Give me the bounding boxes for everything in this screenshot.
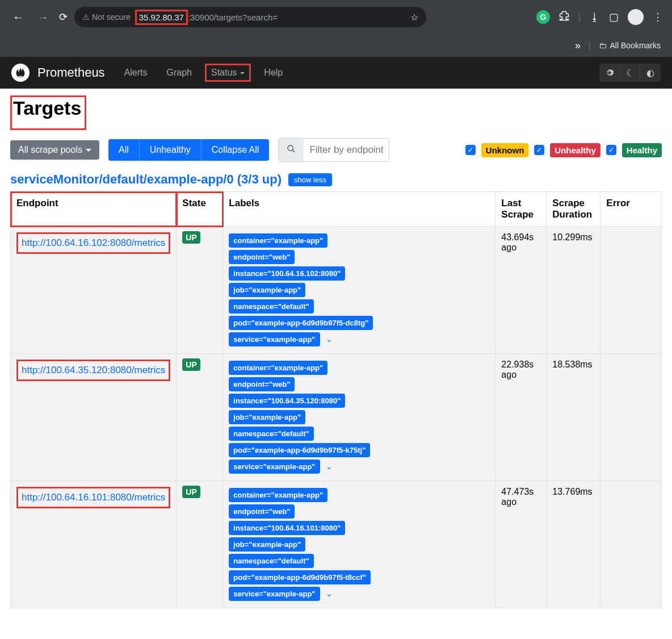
search-icon <box>279 139 304 161</box>
nav-graph[interactable]: Graph <box>161 64 198 81</box>
labels-cell: container="example-app"endpoint="web"ins… <box>223 227 495 354</box>
labels-cell: container="example-app"endpoint="web"ins… <box>223 481 495 608</box>
all-bookmarks-link[interactable]: 🗀 All Bookmarks <box>599 41 661 50</box>
scrape-duration-cell: 10.299ms <box>547 227 600 354</box>
error-cell <box>600 227 662 354</box>
label-pill: endpoint="web" <box>229 504 295 519</box>
label-pill: instance="100.64.16.102:8080" <box>229 266 345 281</box>
label-pill: namespace="default" <box>229 427 313 441</box>
pool-header: serviceMonitor/default/example-app/0 (3/… <box>10 172 662 187</box>
state-badge: UP <box>182 358 200 371</box>
col-error: Error <box>600 192 662 227</box>
label-pill: job="example-app" <box>229 283 305 297</box>
svg-point-0 <box>288 145 293 151</box>
show-less-button[interactable]: show less <box>288 173 332 186</box>
prometheus-logo-icon[interactable] <box>11 64 30 82</box>
chevron-down-icon[interactable]: ⌄ <box>326 335 333 344</box>
last-scrape-cell: 43.694s ago <box>495 227 547 354</box>
download-icon[interactable]: ⭳ <box>590 11 600 23</box>
extension-grammarly-icon[interactable]: G <box>536 10 550 24</box>
collapse-all-button[interactable]: Collapse All <box>201 139 270 161</box>
filter-button-group: All Unhealthy Collapse All <box>108 139 269 161</box>
filter-input[interactable] <box>304 139 389 161</box>
all-bookmarks-label: All Bookmarks <box>610 41 661 50</box>
filter-search <box>278 138 389 162</box>
label-pill: service="example-app" <box>229 587 320 601</box>
folder-icon: 🗀 <box>599 41 607 50</box>
back-button[interactable]: ← <box>9 7 27 27</box>
prometheus-navbar: Prometheus Alerts Graph Status Help ☾ ◐ <box>0 57 672 89</box>
label-pill: endpoint="web" <box>229 377 295 391</box>
label-pill: endpoint="web" <box>229 250 295 264</box>
settings-icon[interactable] <box>599 64 620 82</box>
pool-name-link[interactable]: serviceMonitor/default/example-app/0 (3/… <box>10 172 282 187</box>
col-endpoint: Endpoint <box>11 192 177 227</box>
url-port: :30900/ <box>188 12 216 22</box>
targets-table: Endpoint State Labels Last Scrape Scrape… <box>10 191 662 608</box>
legend-unknown: Unknown <box>481 143 529 157</box>
not-secure-chip[interactable]: ⚠ Not secure <box>82 12 131 22</box>
svg-line-1 <box>292 150 295 152</box>
extensions-icon[interactable] <box>559 11 569 24</box>
label-pill: pod="example-app-6d9d9b97f5-k75tj" <box>229 443 370 457</box>
error-cell <box>600 481 662 608</box>
reload-button[interactable]: ⟳ <box>59 11 68 23</box>
not-secure-label: Not secure <box>92 12 131 22</box>
profile-avatar[interactable] <box>628 9 644 25</box>
url-text: 35.92.80.37:30900/targets?search= <box>135 10 278 25</box>
label-pill: job="example-app" <box>229 410 305 424</box>
dark-mode-icon[interactable]: ☾ <box>620 64 640 82</box>
endpoint-link[interactable]: http://100.64.16.101:8080/metrics <box>22 492 165 503</box>
scrape-duration-cell: 18.538ms <box>547 354 600 481</box>
nav-alerts[interactable]: Alerts <box>119 64 153 81</box>
check-unknown[interactable]: ✓ <box>465 145 476 155</box>
col-scrape-duration: Scrape Duration <box>547 192 600 227</box>
filter-unhealthy-button[interactable]: Unhealthy <box>139 139 201 161</box>
label-pill: container="example-app" <box>229 488 327 502</box>
nav-help[interactable]: Help <box>258 64 288 81</box>
label-pill: pod="example-app-6d9d9b97f5-dc8tg" <box>229 316 373 330</box>
table-row: http://100.64.16.101:8080/metrics UP con… <box>11 481 662 608</box>
bookmarks-overflow-icon[interactable]: » <box>575 40 581 52</box>
labels-cell: container="example-app"endpoint="web"ins… <box>223 354 495 481</box>
check-unhealthy[interactable]: ✓ <box>534 145 544 155</box>
filter-all-button[interactable]: All <box>108 139 139 161</box>
chevron-down-icon[interactable]: ⌄ <box>326 462 333 471</box>
last-scrape-cell: 47.473s ago <box>495 481 547 608</box>
last-scrape-cell: 22.938s ago <box>495 354 547 481</box>
url-host: 35.92.80.37 <box>135 10 188 25</box>
scrape-pool-selector[interactable]: All scrape pools <box>10 140 99 160</box>
label-pill: container="example-app" <box>229 233 327 248</box>
chrome-menu-icon[interactable]: ⋮ <box>653 11 663 23</box>
col-last-scrape: Last Scrape <box>495 192 547 227</box>
label-pill: instance="100.64.35.120:8080" <box>229 394 345 408</box>
col-state: State <box>177 192 223 227</box>
address-bar[interactable]: ⚠ Not secure 35.92.80.37:30900/targets?s… <box>74 7 426 27</box>
nav-status[interactable]: Status <box>205 64 250 81</box>
page-title: Targets <box>13 97 81 119</box>
label-pill: container="example-app" <box>229 361 327 375</box>
contrast-icon[interactable]: ◐ <box>640 64 661 82</box>
url-path: targets?search= <box>216 12 278 22</box>
label-pill: instance="100.64.16.101:8080" <box>229 521 345 535</box>
state-badge: UP <box>182 486 200 498</box>
bookmarks-bar: » | 🗀 All Bookmarks <box>0 34 672 57</box>
endpoint-link[interactable]: http://100.64.16.102:8080/metrics <box>22 237 165 248</box>
label-pill: service="example-app" <box>229 332 320 346</box>
label-pill: service="example-app" <box>229 460 320 474</box>
chevron-down-icon[interactable]: ⌄ <box>326 589 333 598</box>
brand-label[interactable]: Prometheus <box>37 65 105 80</box>
check-healthy[interactable]: ✓ <box>606 145 616 155</box>
forward-button[interactable]: → <box>34 7 52 27</box>
scrape-duration-cell: 13.769ms <box>547 481 600 608</box>
browser-toolbar: ← → ⟳ ⚠ Not secure 35.92.80.37:30900/tar… <box>0 0 672 34</box>
warning-icon: ⚠ <box>82 12 90 22</box>
error-cell <box>600 354 662 481</box>
panel-icon[interactable]: ▢ <box>609 11 619 23</box>
controls-row: All scrape pools All Unhealthy Collapse … <box>10 138 662 162</box>
legend-healthy: Healthy <box>622 143 662 157</box>
endpoint-link[interactable]: http://100.64.35.120:8080/metrics <box>22 365 165 375</box>
table-row: http://100.64.16.102:8080/metrics UP con… <box>11 227 662 354</box>
bookmark-star-icon[interactable]: ☆ <box>410 12 418 23</box>
label-pill: pod="example-app-6d9d9b97f5-t8ccf" <box>229 570 371 584</box>
